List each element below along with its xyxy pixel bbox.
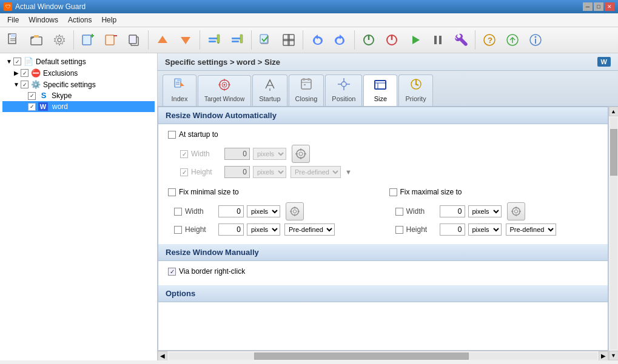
check-apply-btn[interactable] bbox=[255, 29, 277, 51]
via-border-checkbox[interactable] bbox=[168, 268, 176, 276]
min-height-checkbox[interactable] bbox=[174, 226, 182, 234]
expander-icon[interactable]: ▼ bbox=[5, 58, 13, 65]
undo-btn[interactable] bbox=[306, 29, 328, 51]
checkbox-default-settings[interactable] bbox=[13, 58, 21, 65]
open-btn[interactable] bbox=[25, 29, 47, 51]
tab-target-window[interactable]: Target Window bbox=[198, 75, 251, 106]
max-height-unit[interactable]: pixels bbox=[468, 223, 502, 236]
max-width-input[interactable] bbox=[440, 205, 465, 217]
down-btn[interactable] bbox=[175, 29, 196, 51]
at-startup-checkbox[interactable] bbox=[168, 131, 176, 139]
max-predefined[interactable]: Pre-defined bbox=[506, 223, 556, 236]
up-btn[interactable] bbox=[152, 29, 173, 51]
startup-fields: Width pixels bbox=[180, 145, 352, 178]
at-startup-label[interactable]: At startup to bbox=[168, 130, 218, 139]
v-scroll-up-btn[interactable]: ▲ bbox=[609, 107, 619, 116]
min-height-unit[interactable]: pixels bbox=[247, 223, 280, 236]
startup-predefined[interactable]: Pre-defined bbox=[291, 166, 341, 178]
tab-closing[interactable]: Closing bbox=[289, 74, 324, 106]
stop-btn[interactable] bbox=[381, 29, 403, 51]
h-scroll-left-btn[interactable]: ◀ bbox=[158, 351, 167, 361]
fix-max-checkbox[interactable] bbox=[389, 188, 397, 196]
max-height-input[interactable] bbox=[440, 223, 465, 236]
menu-windows[interactable]: Windows bbox=[24, 15, 63, 25]
tab-size[interactable]: Size bbox=[363, 74, 397, 106]
h-scroll-thumb[interactable] bbox=[254, 352, 469, 360]
tab-startup-label: Startup bbox=[259, 95, 280, 102]
copy-btn[interactable] bbox=[123, 29, 145, 51]
max-height-checkbox[interactable] bbox=[395, 226, 403, 234]
sidebar-item-specific-settings[interactable]: ▼ ⚙️ Specific settings bbox=[2, 79, 155, 90]
startup-crosshair-btn[interactable] bbox=[292, 145, 310, 163]
max-size-group: Width pixels bbox=[389, 200, 599, 238]
minimize-button[interactable]: ─ bbox=[583, 2, 593, 11]
add-btn[interactable] bbox=[77, 29, 99, 51]
sidebar-item-skype[interactable]: S Skype bbox=[2, 90, 155, 101]
menu-file[interactable]: File bbox=[2, 15, 24, 25]
max-width-unit[interactable]: pixels bbox=[468, 205, 502, 217]
min-width-input[interactable] bbox=[218, 205, 244, 217]
play-btn[interactable] bbox=[404, 29, 426, 51]
min-crosshair-btn[interactable] bbox=[286, 202, 304, 220]
checkbox-specific-settings[interactable] bbox=[21, 81, 29, 88]
startup-height-checkbox[interactable] bbox=[180, 168, 188, 176]
tool-btn[interactable] bbox=[450, 29, 472, 51]
checkbox-word[interactable] bbox=[28, 103, 36, 111]
max-crosshair-btn[interactable] bbox=[507, 202, 525, 220]
exclusions-expander[interactable]: ▶ bbox=[12, 70, 21, 76]
maximize-button[interactable]: □ bbox=[594, 2, 603, 11]
panel-area: Resize Window Automatically At startup t… bbox=[158, 107, 608, 351]
update-btn[interactable] bbox=[502, 29, 523, 51]
min-width-unit[interactable]: pixels bbox=[247, 205, 280, 217]
tab-closing-label: Closing bbox=[295, 95, 318, 102]
min-width-checkbox[interactable] bbox=[174, 208, 182, 216]
redo-btn[interactable] bbox=[329, 29, 351, 51]
v-scroll-down-btn[interactable]: ▼ bbox=[609, 351, 619, 360]
help-btn[interactable]: ? bbox=[479, 29, 500, 51]
sidebar-item-default-settings[interactable]: ▼ 📄 Default settings bbox=[2, 56, 155, 67]
windows-list-btn[interactable] bbox=[278, 29, 300, 51]
v-scroll-track[interactable] bbox=[610, 117, 617, 349]
word-expander[interactable] bbox=[19, 104, 28, 110]
new-profile-btn[interactable] bbox=[2, 29, 24, 51]
remove-btn[interactable] bbox=[100, 29, 122, 51]
tab-startup[interactable]: Startup bbox=[252, 74, 287, 106]
checkbox-exclusions[interactable] bbox=[21, 69, 29, 77]
tab-priority[interactable]: Priority bbox=[398, 74, 432, 106]
menu-actions[interactable]: Actions bbox=[63, 15, 96, 25]
sidebar-item-exclusions[interactable]: ▶ ⛔ Exclusions bbox=[2, 67, 155, 79]
tab-target-label: Target Window bbox=[204, 96, 244, 102]
startup-width-checkbox[interactable] bbox=[180, 150, 188, 158]
fix-min-checkbox[interactable] bbox=[168, 188, 176, 196]
via-border-label[interactable]: Via border right-click bbox=[168, 267, 245, 276]
tab-index[interactable]: Index bbox=[163, 74, 196, 106]
svg-point-87 bbox=[514, 210, 517, 213]
rename1-btn[interactable] bbox=[203, 29, 225, 51]
h-scroll-right-btn[interactable]: ▶ bbox=[599, 351, 608, 361]
menu-help[interactable]: Help bbox=[96, 15, 121, 25]
startup-height-unit[interactable]: pixels bbox=[253, 166, 286, 178]
power-btn[interactable] bbox=[358, 29, 380, 51]
min-predefined[interactable]: Pre-defined bbox=[284, 223, 335, 236]
startup-width-unit[interactable]: pixels bbox=[253, 148, 286, 160]
sidebar-item-word[interactable]: W word bbox=[2, 101, 155, 112]
startup-height-input[interactable] bbox=[224, 166, 250, 178]
max-width-checkbox[interactable] bbox=[395, 208, 403, 216]
tab-position[interactable]: Position bbox=[325, 74, 362, 106]
fix-min-label[interactable]: Fix minimal size to bbox=[168, 188, 239, 196]
v-scroll-thumb[interactable] bbox=[610, 129, 617, 176]
toolbar: ? bbox=[0, 27, 618, 53]
about-btn[interactable] bbox=[525, 29, 546, 51]
min-height-input[interactable] bbox=[218, 223, 244, 236]
rename2-btn[interactable] bbox=[226, 29, 248, 51]
h-scroll-track[interactable] bbox=[169, 352, 597, 360]
startup-width-input[interactable] bbox=[224, 148, 250, 160]
fix-max-label[interactable]: Fix maximal size to bbox=[389, 188, 462, 196]
pause-btn[interactable] bbox=[427, 29, 449, 51]
settings-btn[interactable] bbox=[49, 29, 70, 51]
skype-expander[interactable] bbox=[19, 93, 28, 99]
checkbox-skype[interactable] bbox=[28, 92, 36, 100]
via-border-text: Via border right-click bbox=[179, 267, 245, 276]
specific-settings-expander[interactable]: ▼ bbox=[12, 81, 21, 88]
close-button[interactable]: ✕ bbox=[605, 2, 614, 11]
